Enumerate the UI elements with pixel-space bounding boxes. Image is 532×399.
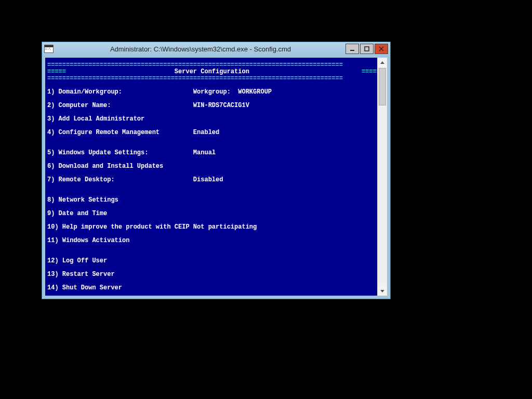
menu-item: 2) Computer Name: WIN-RDS7CACIG1V xyxy=(47,102,375,109)
scroll-up-button[interactable] xyxy=(378,58,387,67)
maximize-button[interactable] xyxy=(360,44,374,54)
header-title-line: ===== Server Configuration ===== xyxy=(47,68,377,75)
menu-item: 5) Windows Update Settings: Manual xyxy=(47,150,375,156)
menu-item: 11) Windows Activation xyxy=(47,237,375,244)
menu-item: 6) Download and Install Updates xyxy=(47,163,375,170)
menu-item: 9) Date and Time xyxy=(47,210,375,217)
window-buttons xyxy=(344,44,388,54)
menu-item: 13) Restart Server xyxy=(47,271,375,278)
cmd-icon xyxy=(44,45,54,53)
chevron-down-icon xyxy=(380,290,384,292)
client-area: ========================================… xyxy=(45,58,387,296)
maximize-icon xyxy=(364,46,369,51)
scroll-down-button[interactable] xyxy=(378,286,387,296)
minimize-button[interactable] xyxy=(345,44,359,54)
menu-item: 12) Log Off User xyxy=(47,258,375,264)
scroll-thumb[interactable] xyxy=(379,68,386,105)
header-rule-bottom: ========================================… xyxy=(47,75,343,82)
menu-item: 10) Help improve the product with CEIP N… xyxy=(47,224,375,231)
menu-item: 4) Configure Remote Management Enabled xyxy=(47,129,375,136)
vertical-scrollbar[interactable] xyxy=(377,58,387,296)
chevron-up-icon xyxy=(380,61,384,64)
svg-rect-1 xyxy=(365,47,369,51)
close-icon xyxy=(379,46,384,51)
menu-item: 8) Network Settings xyxy=(47,197,375,204)
minimize-icon xyxy=(350,46,355,51)
header-rule-top: ========================================… xyxy=(47,61,343,69)
menu-item: 7) Remote Desktop: Disabled xyxy=(47,177,375,183)
console-output[interactable]: ========================================… xyxy=(45,58,377,296)
close-button[interactable] xyxy=(375,44,388,54)
window-title: Administrator: C:\Windows\system32\cmd.e… xyxy=(57,45,344,53)
menu-item: 3) Add Local Administrator xyxy=(47,116,375,123)
menu-item: 14) Shut Down Server xyxy=(47,285,375,291)
titlebar[interactable]: Administrator: C:\Windows\system32\cmd.e… xyxy=(42,42,390,56)
svg-rect-0 xyxy=(350,50,354,51)
cmd-window: Administrator: C:\Windows\system32\cmd.e… xyxy=(42,42,391,299)
menu-item: 1) Domain/Workgroup: Workgroup: WORKGROU… xyxy=(47,89,375,96)
